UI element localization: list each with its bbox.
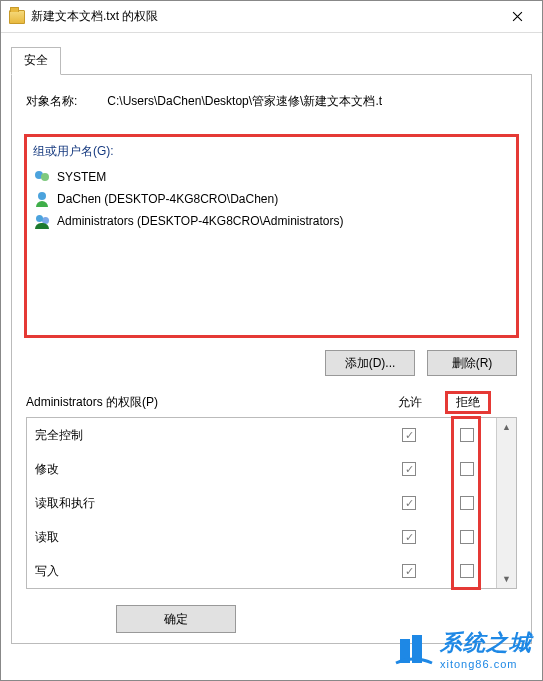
deny-header: 拒绝 [439, 394, 497, 411]
permission-name: 修改 [27, 452, 380, 486]
permission-name: 读取 [27, 520, 380, 554]
group-users-box: 组或用户名(G): SYSTEMDaChen (DESKTOP-4KG8CRO\… [26, 136, 517, 336]
security-panel: 对象名称: C:\Users\DaChen\Desktop\管家速修\新建文本文… [11, 75, 532, 644]
group-buttons: 添加(D)... 删除(R) [26, 350, 517, 376]
ok-button[interactable]: 确定 [116, 605, 236, 633]
user-icon [35, 191, 51, 207]
window-title: 新建文本文档.txt 的权限 [31, 8, 494, 25]
permissions-header: Administrators 的权限(P) 允许 拒绝 [26, 394, 517, 411]
permission-name: 读取和执行 [27, 486, 380, 520]
watermark-url: xitong86.com [440, 658, 532, 670]
watermark: 系统之城 xitong86.com [394, 628, 532, 670]
permission-name: 写入 [27, 554, 380, 588]
user-name: Administrators (DESKTOP-4KG8CRO\Administ… [57, 214, 344, 228]
close-icon [512, 11, 523, 22]
scrollbar[interactable]: ▲ ▼ [496, 418, 516, 588]
allow-header: 允许 [381, 394, 439, 411]
permissions-list: 完全控制✓修改✓读取和执行✓读取✓写入✓ ▲ ▼ [26, 417, 517, 589]
deny-checkbox[interactable] [460, 564, 474, 578]
watermark-logo-icon [394, 629, 434, 669]
deny-checkbox[interactable] [460, 496, 474, 510]
deny-checkbox[interactable] [460, 462, 474, 476]
add-button[interactable]: 添加(D)... [325, 350, 415, 376]
tab-security[interactable]: 安全 [11, 47, 61, 75]
remove-button[interactable]: 删除(R) [427, 350, 517, 376]
deny-header-text: 拒绝 [456, 395, 480, 409]
allow-checkbox[interactable]: ✓ [402, 564, 416, 578]
allow-checkbox[interactable]: ✓ [402, 496, 416, 510]
close-button[interactable] [494, 2, 540, 32]
user-name: DaChen (DESKTOP-4KG8CRO\DaChen) [57, 192, 278, 206]
tabstrip: 安全 [11, 47, 532, 75]
group-users-label: 组或用户名(G): [33, 143, 510, 160]
permission-name: 完全控制 [27, 418, 380, 452]
list-item[interactable]: SYSTEM [31, 166, 512, 188]
user-list[interactable]: SYSTEMDaChen (DESKTOP-4KG8CRO\DaChen)Adm… [31, 164, 512, 234]
users-icon [35, 169, 51, 185]
folder-icon [9, 10, 25, 24]
allow-checkbox[interactable]: ✓ [402, 530, 416, 544]
deny-checkbox[interactable] [460, 530, 474, 544]
allow-checkbox[interactable]: ✓ [402, 428, 416, 442]
scroll-down-icon[interactable]: ▼ [497, 570, 516, 588]
object-row: 对象名称: C:\Users\DaChen\Desktop\管家速修\新建文本文… [26, 93, 517, 110]
titlebar: 新建文本文档.txt 的权限 [1, 1, 542, 33]
users-icon [35, 213, 51, 229]
watermark-text: 系统之城 [440, 628, 532, 658]
object-path: C:\Users\DaChen\Desktop\管家速修\新建文本文档.t [107, 93, 517, 110]
object-label: 对象名称: [26, 93, 77, 110]
scroll-up-icon[interactable]: ▲ [497, 418, 516, 436]
list-item[interactable]: DaChen (DESKTOP-4KG8CRO\DaChen) [31, 188, 512, 210]
user-name: SYSTEM [57, 170, 106, 184]
permissions-header-label: Administrators 的权限(P) [26, 394, 381, 411]
list-item[interactable]: Administrators (DESKTOP-4KG8CRO\Administ… [31, 210, 512, 232]
allow-checkbox[interactable]: ✓ [402, 462, 416, 476]
deny-checkbox[interactable] [460, 428, 474, 442]
